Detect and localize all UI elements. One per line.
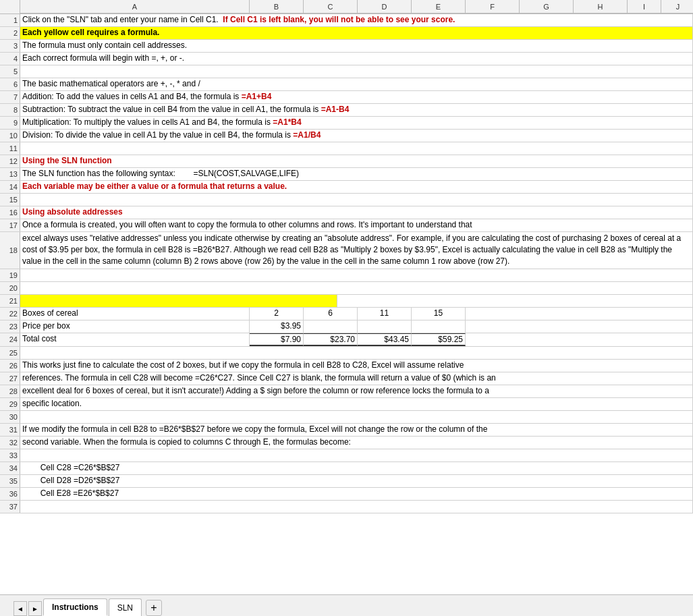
cell-23d bbox=[358, 320, 412, 333]
table-row: 15 bbox=[0, 194, 693, 206]
table-row: 21 bbox=[0, 295, 693, 308]
table-row: 17 Once a formula is created, you will o… bbox=[0, 219, 693, 232]
cell-35a[interactable]: Cell D28 =D26*$B$27 bbox=[20, 475, 693, 487]
col-header-f: F bbox=[466, 0, 520, 13]
cell-9a[interactable]: Multiplication: To multiply the values i… bbox=[20, 117, 693, 129]
tab-sln[interactable]: SLN bbox=[109, 598, 142, 616]
col-header-a: A bbox=[20, 0, 250, 13]
cell-8a[interactable]: Subtraction: To subtract the value in ce… bbox=[20, 104, 693, 116]
table-row: 29 specific location. bbox=[0, 398, 693, 411]
tab-nav-next[interactable]: ► bbox=[28, 601, 42, 616]
cell-24b[interactable]: $7.90 bbox=[250, 333, 304, 346]
cell-5a bbox=[20, 65, 693, 78]
table-row: 35 Cell D28 =D26*$B$27 bbox=[0, 475, 693, 488]
table-row: 28 excellent deal for 6 boxes of cereal,… bbox=[0, 385, 693, 398]
cell-24c[interactable]: $23.70 bbox=[304, 333, 358, 346]
cell-29a[interactable]: specific location. bbox=[20, 398, 693, 410]
cell-13a[interactable]: The SLN function has the following synta… bbox=[20, 168, 693, 180]
col-header-j: J bbox=[661, 0, 693, 13]
cell-21-yellow[interactable] bbox=[20, 295, 337, 307]
cell-7a[interactable]: Addition: To add the values in cells A1 … bbox=[20, 91, 693, 103]
cell-26a[interactable]: This works just fine to calculate the co… bbox=[20, 360, 693, 372]
cell-25a bbox=[20, 347, 693, 359]
col-header-h: H bbox=[574, 0, 628, 13]
tab-nav-prev[interactable]: ◄ bbox=[13, 601, 27, 616]
cell-22c[interactable]: 6 bbox=[304, 308, 358, 320]
table-row: 36 Cell E28 =E26*$B$27 bbox=[0, 488, 693, 501]
cell-23b[interactable]: $3.95 bbox=[250, 320, 304, 333]
cell-30a bbox=[20, 411, 693, 423]
cell-22b[interactable]: 2 bbox=[250, 308, 304, 320]
cell-31a[interactable]: If we modify the formula in cell B28 to … bbox=[20, 424, 693, 436]
table-row: 13 The SLN function has the following sy… bbox=[0, 168, 693, 181]
cell-28a[interactable]: excellent deal for 6 boxes of cereal, bu… bbox=[20, 385, 693, 397]
cell-34a[interactable]: Cell C28 =C26*$B$27 bbox=[20, 462, 693, 474]
col-header-b: B bbox=[250, 0, 304, 13]
cell-1a[interactable]: Click on the "SLN" tab and enter your na… bbox=[20, 14, 693, 26]
table-row: 14 Each variable may be either a value o… bbox=[0, 181, 693, 194]
cell-22e[interactable]: 15 bbox=[412, 308, 466, 320]
table-row: 6 The basic mathematical operators are +… bbox=[0, 78, 693, 91]
cell-11a bbox=[20, 142, 693, 155]
table-row: 22 Boxes of cereal 2 6 11 15 bbox=[0, 308, 693, 320]
table-row: 10 Division: To divide the value in cell… bbox=[0, 130, 693, 142]
cell-6a[interactable]: The basic mathematical operators are +, … bbox=[20, 78, 693, 90]
table-row: 5 bbox=[0, 65, 693, 78]
table-row: 11 bbox=[0, 142, 693, 155]
cell-12a[interactable]: Using the SLN function bbox=[20, 155, 693, 167]
cell-2a[interactable]: Each yellow cell requires a formula. bbox=[20, 27, 693, 39]
cell-19a bbox=[20, 269, 693, 281]
table-row: 31 If we modify the formula in cell B28 … bbox=[0, 424, 693, 437]
cell-16a[interactable]: Using absolute addresses bbox=[20, 206, 693, 219]
table-row: 12 Using the SLN function bbox=[0, 155, 693, 168]
table-row: 26 This works just fine to calculate the… bbox=[0, 360, 693, 372]
cell-33a bbox=[20, 449, 693, 461]
cell-20a bbox=[20, 282, 693, 294]
table-row: 9 Multiplication: To multiply the values… bbox=[0, 117, 693, 130]
column-headers: A B C D E F G H I J K L bbox=[0, 0, 693, 14]
cell-24d[interactable]: $43.45 bbox=[358, 333, 412, 346]
table-row: 2 Each yellow cell requires a formula. bbox=[0, 27, 693, 40]
table-row: 8 Subtraction: To subtract the value in … bbox=[0, 104, 693, 117]
table-row: 7 Addition: To add the values in cells A… bbox=[0, 91, 693, 104]
col-header-g: G bbox=[520, 0, 574, 13]
table-row: 30 bbox=[0, 411, 693, 424]
cell-21-rest bbox=[337, 295, 693, 307]
table-row: 18 excel always uses "relative addresses… bbox=[0, 232, 693, 269]
table-row: 24 Total cost $7.90 $23.70 $43.45 $59.25 bbox=[0, 333, 693, 347]
table-row: 23 Price per box $3.95 bbox=[0, 320, 693, 333]
col-header-d: D bbox=[358, 0, 412, 13]
cell-23c bbox=[304, 320, 358, 333]
cell-18a[interactable]: excel always uses "relative addresses" u… bbox=[20, 232, 693, 269]
tab-instructions[interactable]: Instructions bbox=[43, 598, 107, 616]
cell-17a[interactable]: Once a formula is created, you will ofte… bbox=[20, 219, 693, 231]
table-row: 33 bbox=[0, 449, 693, 462]
cell-4a[interactable]: Each correct formula will begin with =, … bbox=[20, 53, 693, 65]
tab-add-button[interactable]: + bbox=[146, 600, 162, 616]
cell-22d[interactable]: 11 bbox=[358, 308, 412, 320]
cell-24e[interactable]: $59.25 bbox=[412, 333, 466, 346]
table-row: 3 The formula must only contain cell add… bbox=[0, 40, 693, 53]
cell-37a bbox=[20, 501, 693, 513]
cell-23e bbox=[412, 320, 466, 333]
cell-27a[interactable]: references. The formula in cell C28 will… bbox=[20, 372, 693, 385]
cell-14a[interactable]: Each variable may be either a value or a… bbox=[20, 181, 693, 193]
table-row: 32 second variable. When the formula is … bbox=[0, 437, 693, 449]
spreadsheet: A B C D E F G H I J K L 1 Click on the "… bbox=[0, 0, 693, 616]
col-header-e: E bbox=[412, 0, 466, 13]
table-row: 34 Cell C28 =C26*$B$27 bbox=[0, 462, 693, 475]
table-row: 37 bbox=[0, 501, 693, 513]
table-row: 19 bbox=[0, 269, 693, 282]
cell-3a[interactable]: The formula must only contain cell addre… bbox=[20, 40, 693, 52]
cell-22a[interactable]: Boxes of cereal bbox=[20, 308, 250, 320]
corner-header bbox=[0, 0, 20, 13]
cell-36a[interactable]: Cell E28 =E26*$B$27 bbox=[20, 488, 693, 500]
cell-32a[interactable]: second variable. When the formula is cop… bbox=[20, 437, 693, 449]
cell-24a[interactable]: Total cost bbox=[20, 333, 250, 346]
table-row: 1 Click on the "SLN" tab and enter your … bbox=[0, 14, 693, 27]
rows-area: 1 Click on the "SLN" tab and enter your … bbox=[0, 14, 693, 594]
cell-23a[interactable]: Price per box bbox=[20, 320, 250, 333]
cell-22-rest bbox=[466, 308, 693, 320]
table-row: 27 references. The formula in cell C28 w… bbox=[0, 372, 693, 385]
cell-10a[interactable]: Division: To divide the value in cell A1… bbox=[20, 130, 693, 142]
